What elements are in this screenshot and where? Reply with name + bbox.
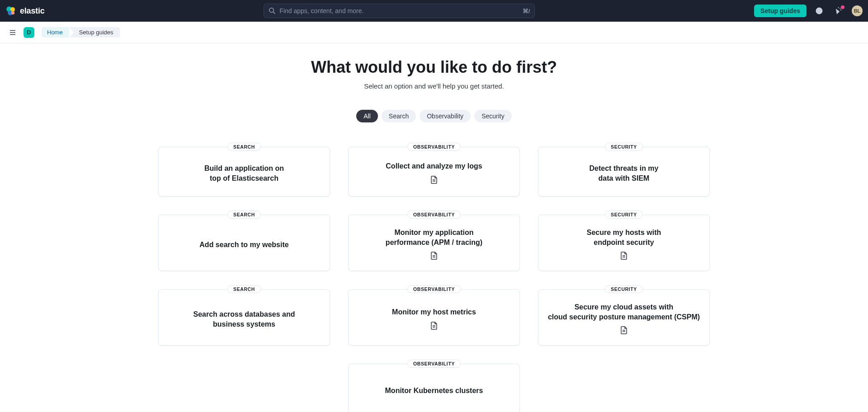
cards-grid: SEARCH Build an application on top of El… xyxy=(0,147,868,412)
help-button[interactable] xyxy=(812,4,826,18)
card-badge: OBSERVABILITY xyxy=(407,285,461,293)
breadcrumb-home[interactable]: Home xyxy=(42,27,69,37)
card-title: Monitor Kubernetes clusters xyxy=(385,386,483,396)
card-title: Search across databases and business sys… xyxy=(193,309,295,329)
card-title: Monitor my host metrics xyxy=(392,307,476,317)
card-badge: SECURITY xyxy=(605,211,643,219)
elastic-logo-icon xyxy=(5,5,16,16)
document-icon xyxy=(430,322,438,332)
document-icon xyxy=(430,252,438,262)
setup-guides-button[interactable]: Setup guides xyxy=(754,5,807,17)
card-badge: SECURITY xyxy=(605,143,643,151)
card-add-search-website[interactable]: SEARCH Add search to my website xyxy=(158,215,330,271)
svg-point-3 xyxy=(11,11,15,15)
card-title: Add search to my website xyxy=(199,240,288,250)
help-icon xyxy=(815,7,823,15)
card-monitor-kubernetes[interactable]: OBSERVABILITY Monitor Kubernetes cluster… xyxy=(348,364,520,412)
search-icon xyxy=(269,7,276,14)
nav-toggle-button[interactable] xyxy=(5,25,20,40)
document-icon xyxy=(430,176,438,186)
sub-header: D Home Setup guides xyxy=(0,22,868,43)
card-monitor-host-metrics[interactable]: OBSERVABILITY Monitor my host metrics xyxy=(348,289,520,346)
main-content: What would you like to do first? Select … xyxy=(0,43,868,412)
card-monitor-apm[interactable]: OBSERVABILITY Monitor my application per… xyxy=(348,215,520,271)
brand-text: elastic xyxy=(20,6,45,16)
user-avatar[interactable]: BL xyxy=(852,5,863,16)
svg-point-5 xyxy=(818,10,821,12)
svg-line-11 xyxy=(840,10,841,10)
card-badge: OBSERVABILITY xyxy=(407,143,461,151)
filter-search[interactable]: Search xyxy=(382,110,416,122)
newsfeed-button[interactable] xyxy=(832,4,846,18)
card-badge: SECURITY xyxy=(605,285,643,293)
card-secure-hosts[interactable]: SECURITY Secure my hosts with endpoint s… xyxy=(538,215,710,271)
card-title: Collect and analyze my logs xyxy=(386,161,482,171)
notification-dot xyxy=(841,5,844,9)
card-secure-cloud-cspm[interactable]: SECURITY Secure my cloud assets with clo… xyxy=(538,289,710,346)
search-shortcut: ⌘/ xyxy=(523,8,530,14)
page-title: What would you like to do first? xyxy=(0,58,868,77)
breadcrumb-current-label: Setup guides xyxy=(79,29,113,36)
filter-all[interactable]: All xyxy=(356,110,378,122)
card-badge: OBSERVABILITY xyxy=(407,360,461,368)
breadcrumb: Home Setup guides xyxy=(42,27,120,37)
card-collect-logs[interactable]: OBSERVABILITY Collect and analyze my log… xyxy=(348,147,520,197)
card-title: Secure my cloud assets with cloud securi… xyxy=(548,302,700,322)
global-search[interactable]: ⌘/ xyxy=(264,4,535,18)
header-right: Setup guides BL xyxy=(754,4,863,18)
filter-row: All Search Observability Security xyxy=(0,110,868,122)
space-selector[interactable]: D xyxy=(24,27,34,38)
svg-line-10 xyxy=(840,8,841,9)
document-icon xyxy=(620,326,627,336)
hamburger-icon xyxy=(9,28,17,37)
card-badge: SEARCH xyxy=(227,143,261,151)
card-detect-threats[interactable]: SECURITY Detect threats in my data with … xyxy=(538,147,710,197)
filter-security[interactable]: Security xyxy=(474,110,512,122)
card-badge: SEARCH xyxy=(227,285,261,293)
global-search-wrap: ⌘/ xyxy=(45,4,754,18)
card-title: Monitor my application performance (APM … xyxy=(386,228,482,247)
document-icon xyxy=(620,252,627,262)
page-subtitle: Select an option and we'll help you get … xyxy=(0,82,868,90)
card-title: Detect threats in my data with SIEM xyxy=(590,164,659,183)
card-title: Secure my hosts with endpoint security xyxy=(587,228,661,247)
top-header: elastic ⌘/ Setup guides BL xyxy=(0,0,868,22)
search-input[interactable] xyxy=(279,7,519,14)
breadcrumb-current: Setup guides xyxy=(69,27,120,37)
card-build-application[interactable]: SEARCH Build an application on top of El… xyxy=(158,147,330,197)
card-badge: OBSERVABILITY xyxy=(407,211,461,219)
card-title: Build an application on top of Elasticse… xyxy=(204,164,284,183)
logo[interactable]: elastic xyxy=(5,5,45,16)
card-badge: SEARCH xyxy=(227,211,261,219)
card-search-databases[interactable]: SEARCH Search across databases and busin… xyxy=(158,289,330,346)
filter-observability[interactable]: Observability xyxy=(420,110,471,122)
